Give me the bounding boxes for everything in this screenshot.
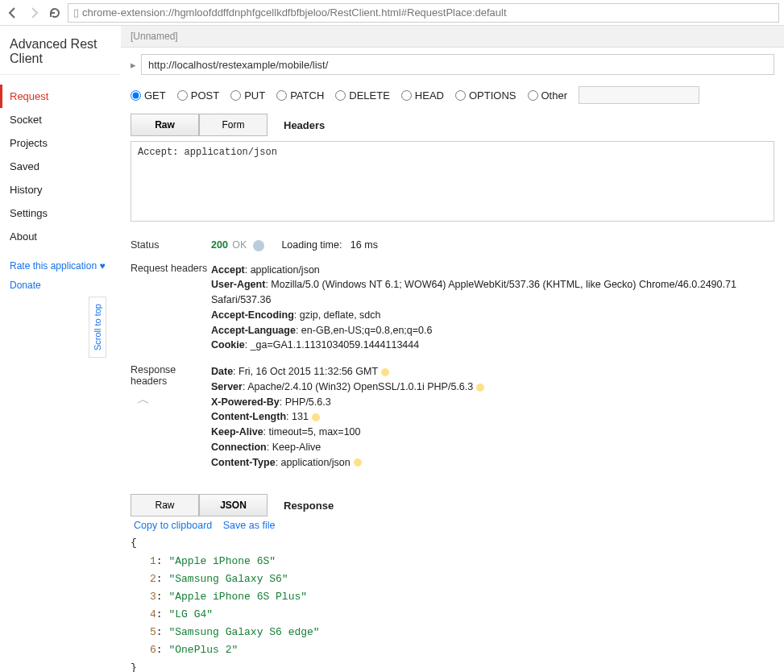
request-header: Accept: application/json <box>211 263 774 278</box>
bulb-icon <box>354 458 362 467</box>
request-header: User-Agent: Mozilla/5.0 (Windows NT 6.1;… <box>211 277 774 308</box>
sidebar-item-about[interactable]: About <box>0 225 121 248</box>
donate-link[interactable]: Donate <box>10 280 41 291</box>
response-header: X-Powered-By: PHP/5.6.3 <box>211 395 774 410</box>
app-title: Advanced Rest Client <box>0 34 121 75</box>
other-method-input[interactable] <box>579 86 699 104</box>
sidebar: Advanced Rest Client RequestSocketProjec… <box>0 26 121 672</box>
headers-textarea[interactable]: Accept: application/json <box>131 141 774 222</box>
method-post[interactable]: POST <box>177 89 219 102</box>
method-delete[interactable]: DELETE <box>335 89 390 102</box>
forward-icon[interactable] <box>26 5 42 21</box>
bulb-icon <box>476 384 484 392</box>
headers-label: Headers <box>284 119 325 131</box>
response-header: Date: Fri, 16 Oct 2015 11:32:56 GMT <box>211 364 774 380</box>
headers-raw-tab[interactable]: Raw <box>131 114 199 136</box>
back-icon[interactable] <box>5 5 21 21</box>
http-method-group: GETPOSTPUTPATCHDELETEHEADOPTIONSOther <box>121 81 784 109</box>
json-entry: 3: "Apple iPhone 6S Plus" <box>131 588 774 606</box>
request-header: Cookie: _ga=GA1.1.1131034059.1444113444 <box>211 338 774 353</box>
loading-time-value: 16 ms <box>351 239 378 251</box>
scroll-to-top[interactable]: Scroll to top <box>89 297 106 358</box>
response-header: Content-Length: 131 <box>211 409 774 425</box>
response-header: Server: Apache/2.4.10 (Win32) OpenSSL/1.… <box>211 380 774 395</box>
sidebar-item-projects[interactable]: Projects <box>0 131 121 155</box>
status-label: Status <box>131 239 211 251</box>
save-as-file[interactable]: Save as file <box>223 520 276 531</box>
loading-time-label: Loading time: <box>281 239 342 251</box>
page-icon: ▯ <box>73 6 79 19</box>
copy-to-clipboard[interactable]: Copy to clipboard <box>134 520 212 531</box>
reload-icon[interactable] <box>47 5 63 21</box>
method-head[interactable]: HEAD <box>401 89 444 102</box>
response-header: Connection: Keep-Alive <box>211 440 774 455</box>
status-code: 200 <box>211 239 228 251</box>
browser-toolbar: ▯ chrome-extension://hgmloofddffdnphfgce… <box>0 0 784 26</box>
address-text: chrome-extension://hgmloofddffdnphfgcell… <box>82 6 507 19</box>
response-header: Content-Type: application/json <box>211 455 774 471</box>
sidebar-item-settings[interactable]: Settings <box>0 201 121 225</box>
request-tab[interactable]: [Unnamed] <box>121 26 784 48</box>
rate-link[interactable]: Rate this application ♥ <box>10 260 106 272</box>
request-header: Accept-Encoding: gzip, deflate, sdch <box>211 308 774 323</box>
bulb-icon <box>381 368 389 376</box>
response-header: Keep-Alive: timeout=5, max=100 <box>211 425 774 440</box>
request-url-input[interactable] <box>141 54 774 75</box>
sidebar-item-history[interactable]: History <box>0 178 121 201</box>
request-headers-label: Request headers <box>131 263 211 274</box>
json-entry: 4: "LG G4" <box>131 606 774 624</box>
chevron-right-icon[interactable]: ▸ <box>131 59 136 71</box>
json-entry: 2: "Samsung Galaxy S6" <box>131 570 774 588</box>
sidebar-item-saved[interactable]: Saved <box>0 155 121 178</box>
method-get[interactable]: GET <box>131 89 166 102</box>
sidebar-item-request[interactable]: Request <box>0 85 121 108</box>
headers-form-tab[interactable]: Form <box>199 114 268 136</box>
response-body: { 1: "Apple iPhone 6S"2: "Samsung Galaxy… <box>131 534 774 672</box>
method-put[interactable]: PUT <box>230 89 265 102</box>
request-header: Accept-Language: en-GB,en-US;q=0.8,en;q=… <box>211 323 774 338</box>
response-json-tab[interactable]: JSON <box>199 494 268 516</box>
sidebar-item-socket[interactable]: Socket <box>0 108 121 131</box>
json-entry: 6: "OnePlus 2" <box>131 641 774 659</box>
json-entry: 1: "Apple iPhone 6S" <box>131 553 774 570</box>
method-options[interactable]: OPTIONS <box>455 89 516 102</box>
response-raw-tab[interactable]: Raw <box>131 494 199 516</box>
help-icon[interactable] <box>253 240 264 251</box>
method-patch[interactable]: PATCH <box>276 89 324 102</box>
response-label: Response <box>284 500 334 512</box>
address-bar[interactable]: ▯ chrome-extension://hgmloofddffdnphfgce… <box>68 3 779 23</box>
chevron-up-icon[interactable]: ︿ <box>137 392 211 409</box>
bulb-icon <box>312 413 320 421</box>
status-text: OK <box>232 239 247 251</box>
method-other[interactable]: Other <box>528 89 568 102</box>
response-headers-label: Response headers <box>131 364 176 387</box>
json-entry: 5: "Samsung Galaxy S6 edge" <box>131 624 774 641</box>
